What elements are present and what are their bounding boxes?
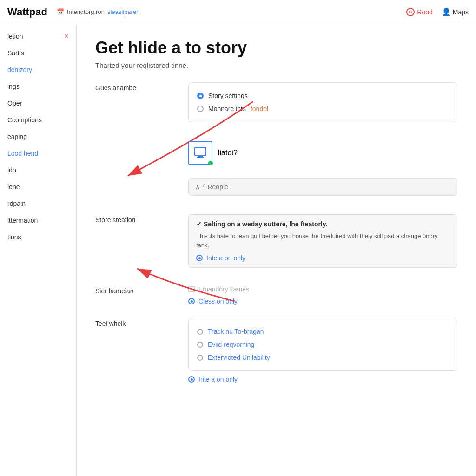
person-icon: 👤 (442, 8, 450, 16)
monitor-icon (193, 146, 207, 160)
radio-inte-store[interactable]: Inte a on only (196, 254, 450, 262)
story-settings-card: Story settings Monnare ints fondel (188, 82, 457, 122)
sidebar-item-label: Ccomptions (7, 116, 42, 124)
breadcrumb-link[interactable]: sleasliparen (107, 8, 139, 15)
page-subtitle: Tharted your reqlistored tinne. (95, 61, 457, 69)
checkbox-emandory[interactable]: Emandory ltames (188, 285, 457, 293)
reople-dropdown[interactable]: ∧ ^ Reople (188, 178, 457, 196)
store-box: ✓ Selting on a weday suttere, lhe fteato… (188, 214, 457, 268)
sidebar-item-lood-hend[interactable]: Lood hend (0, 145, 76, 162)
radio-story-settings[interactable]: Story settings (197, 89, 449, 102)
radio-eviid-icon (197, 342, 203, 348)
teel-card: Track nu To-bragan Eviid reqvorning Exte… (188, 318, 457, 371)
header-right: ⊖ Rood 👤 Maps (406, 8, 469, 16)
monnare-label: Monnare ints (208, 105, 246, 112)
section-teel-whelk: Teel whelk Track nu To-bragan Eviid reqv… (95, 318, 457, 383)
sidebar-item-letion[interactable]: letion ✕ (0, 28, 76, 45)
sidebar-item-label: ings (7, 83, 20, 90)
calendar-icon: 📅 (57, 8, 64, 15)
section-label-gues: Gues anambe (95, 82, 188, 92)
sidebar-item-label: lone (7, 183, 20, 191)
extervioted-label: Extervioted Unilability (208, 354, 270, 361)
cover-content: liatoi? (188, 141, 457, 165)
inte-teel-label: Inte a on only (198, 376, 238, 383)
emandory-label: Emandory ltames (198, 285, 249, 293)
teel-option-track[interactable]: Track nu To-bragan (197, 325, 449, 338)
breadcrumb: 📅 Intendtorg.ron sleasliparen (57, 8, 406, 15)
svg-rect-2 (195, 147, 206, 156)
sidebar-item-label: letion (7, 33, 23, 40)
fondel-label: fondel (251, 105, 268, 112)
sidebar-item-sartis[interactable]: Sartis (0, 45, 76, 61)
store-title: ✓ Selting on a weday suttere, lhe fteato… (196, 220, 450, 228)
radio-monnare[interactable]: Monnare ints fondel (197, 102, 449, 115)
reople-content: ∧ ^ Reople (188, 178, 457, 201)
radio-filled-icon (197, 93, 204, 99)
section-store-steation: Store steation ✓ Selting on a weday sutt… (95, 214, 457, 272)
sidebar-item-oper[interactable]: Oper (0, 95, 76, 112)
sidebar: letion ✕ Sartis denizory ings Oper Ccomp… (0, 24, 77, 476)
sidebar-item-label: ido (7, 166, 16, 174)
sidebar-item-tions[interactable]: tions (0, 229, 76, 245)
rood-label: Rood (417, 8, 432, 16)
page-title: Get hlide a to story (95, 38, 457, 58)
reople-label: ^ Reople (203, 183, 228, 191)
sidebar-item-eaping[interactable]: eaping (0, 128, 76, 145)
chevron-up-icon: ∧ (195, 183, 200, 191)
section-reople: ∧ ^ Reople (95, 178, 457, 201)
sidebar-item-label: Lood hend (7, 150, 38, 157)
section-label-reople (95, 178, 188, 180)
status-dot (208, 161, 213, 165)
sidebar-item-label: Sartis (7, 49, 24, 57)
cover-image[interactable] (188, 141, 212, 165)
content-area: Get hlide a to story Tharted your reqlis… (77, 24, 476, 476)
section-gues-anambe: Gues anambe Story settings Monnare ints … (95, 82, 457, 128)
teel-option-eviid[interactable]: Eviid reqvorning (197, 338, 449, 351)
radio-sm-icon (196, 255, 203, 261)
maps-button[interactable]: 👤 Maps (442, 8, 469, 16)
store-content: ✓ Selting on a weday suttere, lhe fteato… (188, 214, 457, 272)
section-label-sier: Sier hameian (95, 285, 188, 295)
sidebar-item-lttermation[interactable]: lttermation (0, 212, 76, 229)
sidebar-item-ido[interactable]: ido (0, 162, 76, 178)
sidebar-item-ccomptions[interactable]: Ccomptions (0, 112, 76, 128)
cover-area: liatoi? (188, 141, 457, 165)
sidebar-item-label: Oper (7, 99, 22, 107)
sier-content: Emandory ltames Cless on only (188, 285, 457, 305)
checkbox-icon (188, 286, 195, 292)
track-label: Track nu To-bragan (208, 328, 264, 335)
teel-content: Track nu To-bragan Eviid reqvorning Exte… (188, 318, 457, 383)
section-label-teel: Teel whelk (95, 318, 188, 327)
radio-empty-icon (197, 106, 204, 112)
radio-track-icon (197, 329, 203, 335)
eviid-label: Eviid reqvorning (208, 341, 254, 348)
radio-inte-teel[interactable]: Inte a on only (188, 376, 457, 383)
rood-button[interactable]: ⊖ Rood (406, 8, 432, 16)
radio-inte-teel-icon (188, 376, 195, 383)
logo: Wattpad (7, 6, 47, 18)
sidebar-item-lone[interactable]: lone (0, 178, 76, 195)
maps-label: Maps (453, 8, 469, 16)
radio-cless[interactable]: Cless on only (188, 298, 457, 305)
svg-rect-3 (198, 156, 203, 157)
sidebar-item-label: tions (7, 233, 21, 241)
section-label-store: Store steation (95, 214, 188, 224)
sidebar-item-label: denizory (7, 66, 32, 73)
radio-extervioted-icon (197, 355, 203, 361)
sidebar-item-ings[interactable]: ings (0, 78, 76, 95)
section-content-gues: Story settings Monnare ints fondel (188, 82, 457, 128)
sidebar-item-label: rdpain (7, 200, 26, 207)
cover-label: liatoi? (218, 149, 238, 157)
teel-option-extervioted[interactable]: Extervioted Unilability (197, 351, 449, 364)
header: Wattpad 📅 Intendtorg.ron sleasliparen ⊖ … (0, 0, 476, 24)
main-layout: letion ✕ Sartis denizory ings Oper Ccomp… (0, 24, 476, 476)
sidebar-item-label: eaping (7, 133, 27, 140)
cless-label: Cless on only (198, 298, 238, 305)
sidebar-item-denizory[interactable]: denizory (0, 61, 76, 78)
inte-label-store: Inte a on only (206, 254, 245, 262)
sidebar-item-rdpain[interactable]: rdpain (0, 195, 76, 212)
sidebar-item-label: lttermation (7, 217, 38, 224)
radio-cless-icon (188, 298, 195, 304)
section-label-cover (95, 141, 188, 143)
close-icon[interactable]: ✕ (64, 33, 69, 40)
